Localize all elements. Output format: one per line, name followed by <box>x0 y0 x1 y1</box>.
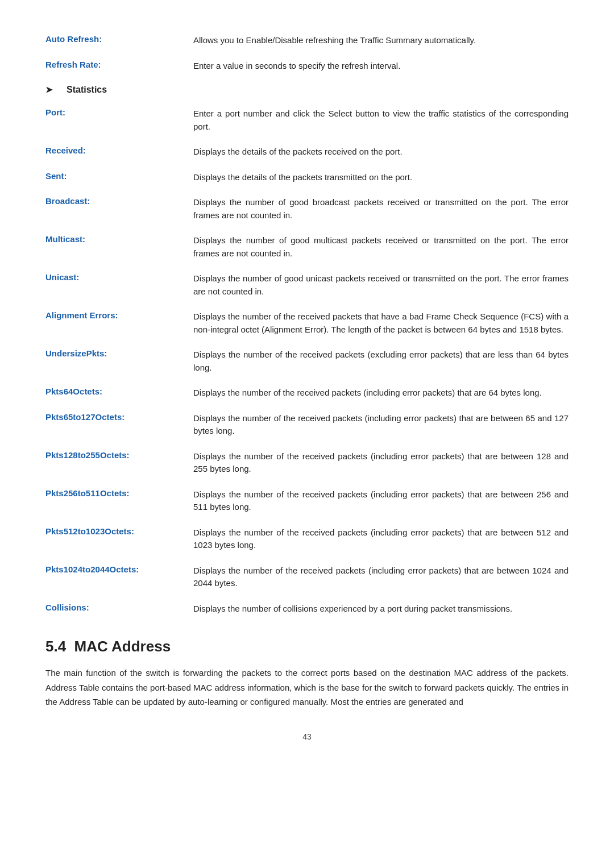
page-number: 43 <box>45 732 569 741</box>
pkts512to1023octets-label: Pkts512to1023Octets: <box>45 526 193 536</box>
broadcast-label: Broadcast: <box>45 196 193 206</box>
pkts64octets-label: Pkts64Octets: <box>45 387 193 396</box>
port-label: Port: <box>45 107 193 117</box>
pkts512to1023octets-desc: Displays the number of the received pack… <box>193 526 569 552</box>
sent-block: Sent:Displays the details of the packets… <box>45 171 569 184</box>
collisions-label: Collisions: <box>45 603 193 612</box>
undersizepkts-label: UndersizePkts: <box>45 348 193 358</box>
pkts1024to2044octets-block: Pkts1024to2044Octets:Displays the number… <box>45 564 569 590</box>
pkts1024to2044octets-desc: Displays the number of the received pack… <box>193 564 569 590</box>
pkts256to511octets-desc: Displays the number of the received pack… <box>193 488 569 514</box>
port-block: Port:Enter a port number and click the S… <box>45 107 569 133</box>
statistics-fields: Port:Enter a port number and click the S… <box>45 107 569 615</box>
unicast-desc: Displays the number of good unicast pack… <box>193 272 569 298</box>
refresh-rate-label: Refresh Rate: <box>45 60 193 69</box>
multicast-block: Multicast:Displays the number of good mu… <box>45 234 569 260</box>
pkts65to127octets-block: Pkts65to127Octets:Displays the number of… <box>45 412 569 438</box>
collisions-desc: Displays the number of collisions experi… <box>193 603 569 616</box>
page-content: Auto Refresh: Allows you to Enable/Disab… <box>0 0 614 775</box>
statistics-arrow: ➤ <box>45 85 53 95</box>
pkts256to511octets-block: Pkts256to511Octets:Displays the number o… <box>45 488 569 514</box>
pkts64octets-desc: Displays the number of the received pack… <box>193 387 569 400</box>
alignment-errors-block: Alignment Errors:Displays the number of … <box>45 310 569 336</box>
pkts256to511octets-label: Pkts256to511Octets: <box>45 488 193 498</box>
statistics-title: Statistics <box>67 85 107 95</box>
received-label: Received: <box>45 146 193 155</box>
refresh-rate-desc: Enter a value in seconds to specify the … <box>193 60 569 73</box>
mac-address-body: The main function of the switch is forwa… <box>45 666 569 709</box>
auto-refresh-block: Auto Refresh: Allows you to Enable/Disab… <box>45 34 569 47</box>
auto-refresh-label: Auto Refresh: <box>45 34 193 44</box>
undersizepkts-desc: Displays the number of the received pack… <box>193 348 569 374</box>
port-desc: Enter a port number and click the Select… <box>193 107 569 133</box>
refresh-rate-block: Refresh Rate: Enter a value in seconds t… <box>45 60 569 73</box>
broadcast-desc: Displays the number of good broadcast pa… <box>193 196 569 222</box>
multicast-desc: Displays the number of good multicast pa… <box>193 234 569 260</box>
alignment-errors-label: Alignment Errors: <box>45 310 193 320</box>
pkts128to255octets-block: Pkts128to255Octets:Displays the number o… <box>45 450 569 476</box>
pkts1024to2044octets-label: Pkts1024to2044Octets: <box>45 564 193 574</box>
received-desc: Displays the details of the packets rece… <box>193 146 569 159</box>
statistics-section-header: ➤ Statistics <box>45 85 569 95</box>
pkts65to127octets-label: Pkts65to127Octets: <box>45 412 193 422</box>
unicast-block: Unicast:Displays the number of good unic… <box>45 272 569 298</box>
pkts512to1023octets-block: Pkts512to1023Octets:Displays the number … <box>45 526 569 552</box>
received-block: Received:Displays the details of the pac… <box>45 146 569 159</box>
auto-refresh-desc: Allows you to Enable/Disable refreshing … <box>193 34 569 47</box>
mac-address-section: 5.4 MAC Address The main function of the… <box>45 638 569 709</box>
unicast-label: Unicast: <box>45 272 193 282</box>
sent-desc: Displays the details of the packets tran… <box>193 171 569 184</box>
mac-address-heading: 5.4 MAC Address <box>45 638 569 655</box>
pkts64octets-block: Pkts64Octets:Displays the number of the … <box>45 387 569 400</box>
broadcast-block: Broadcast:Displays the number of good br… <box>45 196 569 222</box>
collisions-block: Collisions:Displays the number of collis… <box>45 603 569 616</box>
undersizepkts-block: UndersizePkts:Displays the number of the… <box>45 348 569 374</box>
multicast-label: Multicast: <box>45 234 193 244</box>
alignment-errors-desc: Displays the number of the received pack… <box>193 310 569 336</box>
pkts65to127octets-desc: Displays the number of the received pack… <box>193 412 569 438</box>
sent-label: Sent: <box>45 171 193 181</box>
pkts128to255octets-label: Pkts128to255Octets: <box>45 450 193 460</box>
pkts128to255octets-desc: Displays the number of the received pack… <box>193 450 569 476</box>
